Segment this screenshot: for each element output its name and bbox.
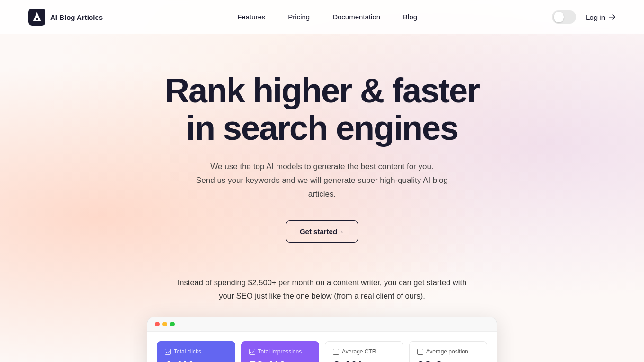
dashboard-header (147, 317, 497, 332)
secondary-text: Instead of spending $2,500+ per month on… (161, 276, 483, 302)
ctr-value: 2.1% (333, 359, 395, 362)
cta-button[interactable]: Get started→ (286, 220, 358, 243)
dashboard-preview: Total clicks 1.1K ? Total impressions 52… (128, 317, 516, 362)
theme-toggle[interactable] (552, 10, 576, 24)
window-dot-red (155, 322, 160, 326)
ctr-checkbox (333, 349, 339, 355)
metric-clicks-header: Total clicks (165, 348, 227, 355)
clicks-checkmark (166, 349, 170, 353)
svg-point-1 (36, 18, 38, 20)
position-value: 23.9 (417, 359, 480, 362)
hero-title: Rank higher & faster in search engines (133, 72, 511, 147)
nav-pricing[interactable]: Pricing (288, 13, 310, 21)
login-icon (608, 13, 616, 21)
clicks-label: Total clicks (174, 348, 201, 355)
position-label: Average position (426, 348, 468, 355)
position-checkbox (417, 349, 423, 355)
impressions-checkbox (249, 349, 255, 355)
dashboard-card: Total clicks 1.1K ? Total impressions 52… (147, 317, 497, 362)
window-dot-green (170, 322, 175, 326)
logo-text: AI Blog Articles (50, 13, 103, 21)
nav-right: Log in (552, 10, 616, 24)
metric-impressions-header: Total impressions (249, 348, 312, 355)
logo-link[interactable]: AI Blog Articles (28, 9, 103, 26)
nav-documentation[interactable]: Documentation (332, 13, 380, 21)
metric-ctr-header: Average CTR (333, 348, 395, 355)
metric-total-impressions: Total impressions 52.1K ? (241, 341, 320, 362)
metric-average-ctr: Average CTR 2.1% ? (325, 341, 403, 362)
ctr-label: Average CTR (342, 348, 376, 355)
login-button[interactable]: Log in (586, 13, 616, 21)
nav-blog[interactable]: Blog (403, 13, 417, 21)
impressions-checkmark (250, 349, 253, 353)
impressions-value: 52.1K (249, 359, 312, 362)
svg-rect-2 (609, 17, 614, 18)
metric-total-clicks: Total clicks 1.1K ? (157, 341, 235, 362)
window-dot-yellow (162, 322, 167, 326)
metric-position-header: Average position (417, 348, 480, 355)
clicks-checkbox (165, 349, 171, 355)
nav-links: Features Pricing Documentation Blog (237, 13, 417, 21)
hero-subtitle: We use the top AI models to generate the… (180, 160, 464, 201)
hero-section: Rank higher & faster in search engines W… (0, 34, 644, 266)
impressions-label: Total impressions (258, 348, 302, 355)
nav-features[interactable]: Features (237, 13, 265, 21)
navbar: AI Blog Articles Features Pricing Docume… (0, 0, 644, 34)
logo-icon (28, 9, 45, 26)
metric-average-position: Average position 23.9 ? (409, 341, 488, 362)
clicks-value: 1.1K (165, 359, 227, 362)
dashboard-body: Total clicks 1.1K ? Total impressions 52… (147, 332, 497, 362)
